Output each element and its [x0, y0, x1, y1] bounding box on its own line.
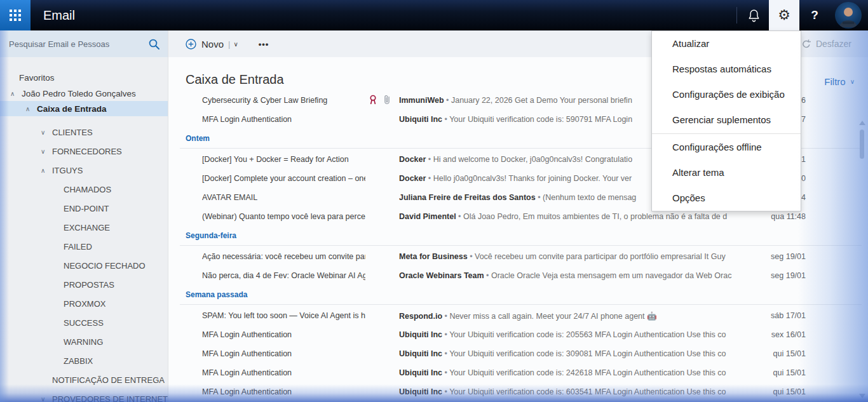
sidebar-folder[interactable]: PROPOSTAS: [0, 275, 168, 294]
new-mail-button[interactable]: Novo | ∨: [186, 39, 238, 50]
chevron-up-icon[interactable]: ∧: [25, 105, 37, 112]
search-icon[interactable]: [148, 38, 160, 50]
sidebar-folder[interactable]: ZABBIX: [0, 351, 168, 370]
menu-item-configura-es-offline[interactable]: Configurações offline: [652, 135, 801, 160]
chevron-up-icon[interactable]: ∧: [41, 167, 52, 174]
email-sender: Ubiquiti Inc: [399, 115, 442, 124]
filter-button[interactable]: Filtro ∨: [824, 76, 855, 87]
sidebar-folder[interactable]: ∨CLIENTES: [0, 123, 168, 142]
favorites-label[interactable]: Favoritos: [0, 70, 168, 86]
menu-item-atualizar[interactable]: Atualizar: [652, 31, 801, 57]
email-date: seg 19/01: [751, 271, 806, 280]
app-launcher-button[interactable]: [0, 0, 31, 30]
email-sender: Meta for Business: [399, 252, 468, 261]
chevron-down-icon[interactable]: ∨: [233, 41, 238, 48]
separator-dot: •: [442, 387, 449, 396]
menu-item-alterar-tema[interactable]: Alterar tema: [652, 160, 801, 185]
more-commands-button[interactable]: •••: [259, 39, 269, 49]
sidebar-folder[interactable]: ∧João Pedro Toledo Gonçalves: [0, 86, 168, 101]
user-avatar[interactable]: [835, 2, 862, 29]
email-row[interactable]: MFA Login AuthenticationUbiquiti Inc • Y…: [168, 363, 868, 382]
chevron-down-icon[interactable]: ∨: [41, 396, 52, 402]
scroll-up-arrow-icon[interactable]: [859, 121, 865, 125]
email-date: qui 15/01: [751, 368, 806, 377]
sidebar-folder[interactable]: ∧ITGUYS: [0, 161, 168, 180]
sidebar-folder[interactable]: ∨PROVEDORES DE INTERNET: [0, 389, 168, 402]
email-subject: Não perca, dia 4 de Fev: Oracle Webinar …: [202, 271, 365, 280]
folder-label: WARNING: [64, 337, 103, 347]
notifications-button[interactable]: [738, 0, 769, 30]
top-app-bar: Email ⚙ ?: [0, 0, 868, 30]
chevron-down-icon[interactable]: ∨: [41, 129, 52, 136]
email-icons: [365, 95, 399, 107]
chevron-down-icon[interactable]: ∨: [41, 148, 52, 155]
folder-sidebar: Favoritos ∧João Pedro Toledo Gonçalves∧C…: [0, 30, 168, 402]
email-preview: Você recebeu um convite para participar …: [475, 252, 726, 261]
email-row[interactable]: MFA Login AuthenticationUbiquiti Inc • Y…: [168, 344, 868, 363]
email-preview: Your Ubiquiti verification code is: 6035…: [449, 387, 726, 396]
folder-label: Caixa de Entrada: [37, 104, 107, 114]
waffle-icon: [10, 10, 21, 21]
search-input[interactable]: [9, 39, 148, 49]
undo-button[interactable]: Desfazer: [801, 30, 851, 57]
settings-dropdown-menu: AtualizarRespostas automáticasConfiguraç…: [651, 30, 801, 211]
email-subject: Ação necessária: você recebeu um convite…: [202, 252, 365, 261]
sidebar-folder[interactable]: FAILED: [0, 237, 168, 256]
email-preview: (Nenhum texto de mensag: [543, 193, 636, 202]
email-preview-line: Ubiquiti Inc • Your Ubiquiti verificatio…: [399, 349, 751, 358]
sidebar-folder[interactable]: END-POINT: [0, 199, 168, 218]
email-preview: Your Ubiquiti verification code is: 2426…: [449, 368, 726, 377]
folder-label: FORNECEDORES: [52, 147, 122, 156]
email-preview: Your Ubiquiti verification code is: 5907…: [449, 115, 632, 124]
email-row[interactable]: Ação necessária: você recebeu um convite…: [168, 247, 868, 266]
email-row[interactable]: Não perca, dia 4 de Fev: Oracle Webinar …: [168, 266, 868, 285]
folder-label: ITGUYS: [52, 166, 83, 175]
sidebar-folder[interactable]: WARNING: [0, 332, 168, 351]
separator-dot: •: [468, 252, 475, 261]
email-date: sex 16/01: [751, 330, 806, 339]
email-date: qui 15/01: [751, 349, 806, 358]
chevron-down-icon: ∨: [850, 78, 855, 85]
email-row[interactable]: SPAM: You left too soon — Voice AI Agent…: [168, 306, 868, 325]
email-preview-line: David Pimentel • Olá Joao Pedro, Em muit…: [399, 212, 751, 221]
sidebar-folder[interactable]: ∧Caixa de Entrada: [0, 101, 168, 116]
email-subject: MFA Login Authentication: [202, 115, 365, 124]
email-subject: [Docker] Complete your account creation …: [202, 174, 365, 183]
new-mail-label: Novo: [201, 39, 224, 50]
email-sender: ImmuniWeb: [399, 96, 444, 105]
email-preview-line: Meta for Business • Você recebeu um conv…: [399, 252, 751, 261]
email-row[interactable]: MFA Login AuthenticationUbiquiti Inc • Y…: [168, 382, 868, 401]
email-subject: MFA Login Authentication: [202, 368, 365, 377]
email-row[interactable]: MFA Login AuthenticationUbiquiti Inc • Y…: [168, 325, 868, 344]
scrollbar-thumb[interactable]: [860, 130, 864, 159]
separator-dot: •: [484, 271, 491, 280]
sidebar-folder[interactable]: SUCCESS: [0, 313, 168, 332]
help-button[interactable]: ?: [799, 0, 830, 30]
sidebar-folder[interactable]: EXCHANGE: [0, 218, 168, 237]
email-subject: AVATAR EMAIL: [202, 193, 365, 202]
menu-item-op-es[interactable]: Opções: [652, 185, 801, 211]
menu-item-respostas-autom-ticas[interactable]: Respostas automáticas: [652, 57, 801, 82]
sidebar-folder[interactable]: ∨FORNECEDORES: [0, 142, 168, 161]
folder-label: PROVEDORES DE INTERNET: [52, 394, 168, 402]
settings-button[interactable]: ⚙: [769, 0, 799, 30]
sidebar-folder[interactable]: NEGOCIO FECHADO: [0, 256, 168, 275]
sidebar-folder[interactable]: CHAMADOS: [0, 180, 168, 199]
sidebar-folder[interactable]: PROXMOX: [0, 294, 168, 313]
scroll-down-arrow-icon[interactable]: [859, 394, 865, 398]
separator-dot: •: [442, 368, 449, 377]
email-date: sáb 17/01: [751, 311, 806, 320]
attachment-icon: [384, 95, 390, 107]
topbar-separator: [736, 7, 737, 23]
email-sender: Docker: [399, 155, 426, 164]
email-subject: (Webinar) Quanto tempo você leva para pe…: [202, 212, 365, 221]
email-preview: Never miss a call again. Meet your 24/7 …: [449, 312, 656, 321]
separator-dot: •: [444, 96, 451, 105]
menu-item-configura-es-de-exibi-o[interactable]: Configurações de exibição: [652, 82, 801, 107]
email-preview-line: Oracle Webinars Team • Oracle Oracle Vej…: [399, 271, 751, 280]
list-scrollbar[interactable]: [858, 121, 866, 399]
menu-item-gerenciar-suplementos[interactable]: Gerenciar suplementos: [652, 107, 801, 133]
sidebar-folder[interactable]: NOTIFICAÇÃO DE ENTREGA: [0, 370, 168, 389]
flag-ribbon-icon[interactable]: [369, 95, 377, 107]
chevron-up-icon[interactable]: ∧: [10, 90, 22, 97]
